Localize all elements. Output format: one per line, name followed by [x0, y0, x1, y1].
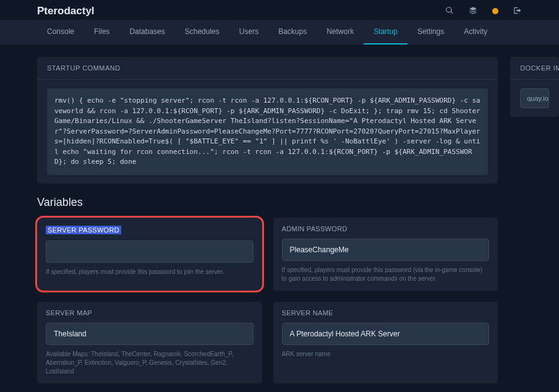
variable-card: SERVER PASSWORDIf specified, players mus… — [37, 218, 262, 291]
startup-command-title: STARTUP COMMAND — [37, 57, 498, 80]
tab-schedules[interactable]: Schedules — [175, 20, 229, 45]
variable-help: Available Maps: TheIsland, TheCenter, Ra… — [46, 350, 254, 376]
variable-help: If specified, players must provide this … — [46, 268, 254, 276]
tab-startup[interactable]: Startup — [364, 20, 408, 45]
layers-icon[interactable] — [469, 6, 477, 17]
tab-activity[interactable]: Activity — [454, 20, 497, 45]
server-tabs: ConsoleFilesDatabasesSchedulesUsersBacku… — [0, 20, 559, 45]
variable-label: SERVER MAP — [46, 309, 254, 317]
tab-files[interactable]: Files — [84, 20, 119, 45]
variable-label: SERVER NAME — [282, 309, 490, 317]
tab-databases[interactable]: Databases — [119, 20, 174, 45]
variable-input[interactable] — [282, 323, 490, 345]
startup-command-panel: STARTUP COMMAND rmv() { echo -e "stoppin… — [37, 57, 498, 184]
variable-card: SERVER MAPAvailable Maps: TheIsland, The… — [37, 302, 262, 383]
tab-settings[interactable]: Settings — [408, 20, 454, 45]
startup-command-text: rmv() { echo -e "stopping server"; rcon … — [47, 88, 488, 175]
variable-card: ADMIN PASSWORDIf specified, players must… — [273, 218, 498, 291]
tab-backups[interactable]: Backups — [268, 20, 317, 45]
variables-heading: Variables — [37, 196, 498, 209]
variable-label: ADMIN PASSWORD — [282, 225, 490, 232]
topbar: Pterodactyl — [0, 0, 559, 20]
tab-users[interactable]: Users — [229, 20, 268, 45]
variable-card: SERVER NAMEARK server name — [273, 302, 498, 383]
docker-image-panel: DOCKER IMAG quay.io/parke — [510, 57, 559, 117]
variable-help: If specified, players must provide this … — [282, 266, 490, 283]
variable-input[interactable] — [282, 239, 490, 261]
search-icon[interactable] — [445, 6, 454, 17]
docker-image-select[interactable]: quay.io/parke — [520, 88, 549, 108]
tab-network[interactable]: Network — [317, 20, 364, 45]
top-icons-group — [445, 6, 522, 17]
logout-icon[interactable] — [513, 6, 522, 17]
variable-help: ARK server name — [282, 350, 490, 359]
tab-console[interactable]: Console — [37, 20, 84, 45]
variables-grid: SERVER PASSWORDIf specified, players mus… — [37, 218, 498, 393]
variable-input[interactable] — [46, 323, 254, 345]
variable-input[interactable] — [46, 241, 254, 263]
brand-title[interactable]: Pterodactyl — [37, 5, 95, 17]
variable-label: SERVER PASSWORD — [46, 226, 121, 234]
docker-image-title: DOCKER IMAG — [510, 57, 559, 80]
avatar[interactable] — [492, 8, 498, 14]
